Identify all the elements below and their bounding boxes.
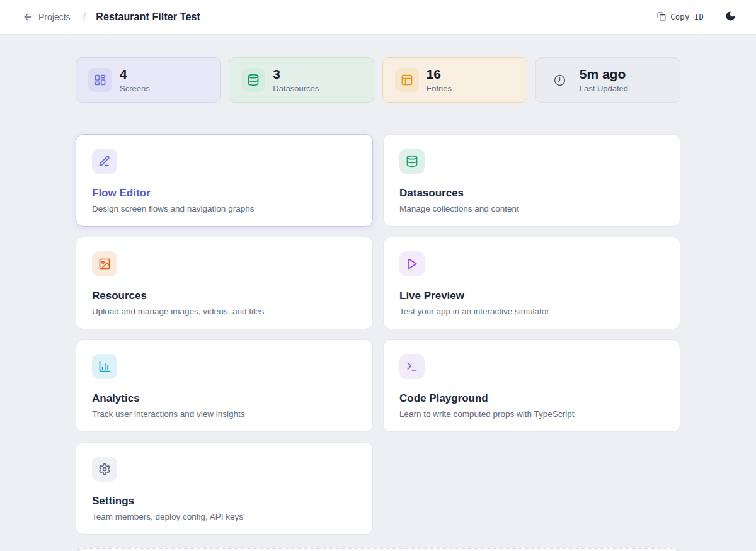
card-title: Analytics bbox=[92, 392, 357, 405]
header: Projects / Restaurant Filter Test Copy I… bbox=[0, 0, 756, 35]
page-title: Restaurant Filter Test bbox=[96, 11, 200, 23]
copy-id-button[interactable]: Copy ID bbox=[657, 12, 704, 23]
stat-value: 4 bbox=[120, 67, 150, 82]
card-datasources[interactable]: Datasources Manage collections and conte… bbox=[383, 134, 680, 227]
card-description: Learn to write computed props with TypeS… bbox=[399, 409, 664, 419]
card-title: Datasources bbox=[399, 187, 664, 200]
back-to-projects-link[interactable]: Projects bbox=[23, 12, 71, 22]
stat-label: Screens bbox=[120, 84, 150, 93]
stat-card-last-updated: 5m ago Last Updated bbox=[536, 57, 680, 103]
back-link-label: Projects bbox=[38, 12, 71, 22]
table-icon bbox=[395, 68, 419, 92]
screens-grid-icon bbox=[88, 68, 112, 92]
card-title: Flow Editor bbox=[92, 187, 357, 200]
stat-value: 5m ago bbox=[580, 67, 628, 82]
breadcrumb-separator: / bbox=[83, 11, 86, 23]
card-flow-editor[interactable]: Flow Editor Design screen flows and navi… bbox=[76, 134, 373, 227]
card-code-playground[interactable]: Code Playground Learn to write computed … bbox=[383, 339, 680, 432]
bar-chart-icon bbox=[92, 354, 117, 379]
breadcrumb: Projects / Restaurant Filter Test bbox=[23, 11, 200, 23]
moon-icon bbox=[725, 11, 736, 23]
stat-value: 3 bbox=[273, 67, 319, 82]
card-live-preview[interactable]: Live Preview Test your app in an interac… bbox=[383, 237, 680, 329]
stat-label: Datasources bbox=[273, 84, 319, 93]
image-icon bbox=[92, 251, 117, 276]
card-title: Settings bbox=[92, 495, 357, 508]
stat-card-entries: 16 Entries bbox=[382, 57, 527, 103]
section-divider bbox=[76, 120, 680, 120]
stat-value: 16 bbox=[427, 67, 452, 82]
card-description: Design screen flows and navigation graph… bbox=[92, 204, 357, 213]
stats-row: 4 Screens 3 Datasources 16 Entries bbox=[76, 57, 680, 103]
card-analytics[interactable]: Analytics Track user interactions and vi… bbox=[76, 339, 373, 432]
card-description: Team members, deploy config, API keys bbox=[92, 512, 357, 521]
database-icon bbox=[399, 149, 425, 174]
card-settings[interactable]: Settings Team members, deploy config, AP… bbox=[76, 442, 373, 535]
database-icon bbox=[241, 68, 265, 92]
stat-label: Entries bbox=[427, 84, 452, 93]
card-description: Manage collections and content bbox=[399, 204, 664, 213]
clock-icon bbox=[548, 68, 572, 92]
arrow-left-icon bbox=[23, 12, 33, 22]
feature-cards-grid: Flow Editor Design screen flows and navi… bbox=[76, 134, 680, 535]
copy-id-label: Copy ID bbox=[670, 13, 704, 21]
project-dashboard: 4 Screens 3 Datasources 16 Entries bbox=[76, 35, 680, 551]
card-description: Upload and manage images, videos, and fi… bbox=[92, 307, 357, 316]
dashed-placeholder-section bbox=[76, 548, 680, 551]
card-title: Live Preview bbox=[399, 290, 664, 302]
pen-icon bbox=[92, 149, 117, 174]
gear-icon bbox=[92, 457, 117, 482]
stat-label: Last Updated bbox=[580, 84, 628, 93]
card-description: Test your app in an interactive simulato… bbox=[399, 307, 664, 316]
card-description: Track user interactions and view insight… bbox=[92, 409, 357, 419]
card-resources[interactable]: Resources Upload and manage images, vide… bbox=[76, 237, 373, 329]
terminal-icon bbox=[399, 354, 425, 379]
stat-card-screens: 4 Screens bbox=[76, 57, 220, 103]
copy-icon bbox=[657, 12, 666, 23]
card-title: Code Playground bbox=[399, 392, 664, 405]
card-title: Resources bbox=[92, 290, 357, 302]
theme-toggle-button[interactable] bbox=[725, 11, 736, 23]
play-icon bbox=[399, 251, 425, 276]
stat-card-datasources: 3 Datasources bbox=[229, 57, 374, 103]
